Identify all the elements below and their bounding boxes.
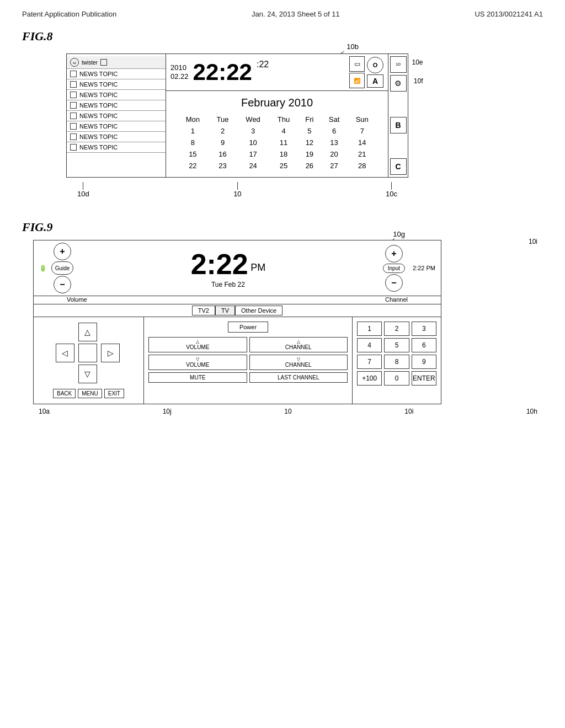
fig9-label: FIG.9 [22,220,543,234]
sidebar-checkbox-2[interactable] [70,81,77,88]
remote-left-panel: △ ◁ ▷ ▽ BACK MENU EXIT [34,317,144,404]
input-btn[interactable]: Input [383,264,405,273]
sidebar-item-logo: ω twister [67,56,166,69]
exit-btn[interactable]: EXIT [104,389,124,398]
remote-date: Tue Feb 22 [78,281,379,288]
fig8-section: FIG.8 10b ↙ ω twister NEWS TOPIC [0,24,565,204]
num-2[interactable]: 2 [384,322,409,336]
tab-tv2[interactable]: TV2 [192,306,215,315]
dpad-ok[interactable] [78,344,97,362]
sidebar-label-7: NEWS TOPIC [79,133,118,140]
fig9-section: FIG.9 10g ↙ 10i 🔋 + Guide − [0,215,565,421]
sidebar-item-5: NEWS TOPIC [67,111,166,121]
num-6[interactable]: 6 [412,338,436,352]
ch-up-right-btn[interactable]: + [385,245,403,263]
ann-10c: 10c [386,190,397,198]
ann-10a: 10a [39,408,50,415]
sidebar-checkbox-6[interactable] [70,123,77,130]
enter-btn[interactable]: ENTER [412,371,436,386]
cal-row-1: 1234567 [177,125,377,137]
tv-icon: ▭ [349,56,365,72]
fig8-sidebar: ω twister NEWS TOPIC NEWS TOPIC NEWS TOP… [67,54,166,177]
tab-other-device[interactable]: Other Device [235,306,282,315]
num-8[interactable]: 8 [384,355,409,369]
fig8-icon-10f-container: ⚙ 10f [390,75,407,92]
guide-btn[interactable]: Guide [51,261,73,275]
dpad-left[interactable]: ◁ [56,344,74,362]
tab-tv[interactable]: TV [215,306,235,315]
vol-up-btn[interactable]: △ VOLUME [148,337,247,352]
cal-header-tue: Tue [209,114,237,125]
num-1[interactable]: 1 [357,322,382,336]
fig9-outer-container: 10g ↙ 10i 🔋 + Guide − 2:22 [33,240,543,415]
vol-down-left-btn[interactable]: − [54,276,71,293]
sidebar-checkbox-5[interactable] [70,113,77,119]
ann-10-bottom: 10 [284,408,291,415]
fig8-content: 2010 02.22 22:22 :22 ▭ 📶 O A [166,54,388,177]
fig8-icon-10e-container: 10 10e [390,56,407,73]
fig8-bottom-annotations: 10d 10 10c [66,182,408,198]
ch-up-btn[interactable]: △ CHANNEL [249,337,348,352]
ch-down-btn[interactable]: ▽ CHANNEL [249,355,348,370]
header-left: Patent Application Publication [22,10,116,18]
back-menu-exit-row: BACK MENU EXIT [39,389,138,398]
icon-10f: ⚙ [390,75,407,92]
power-row: Power [148,322,348,333]
vol-down-btn[interactable]: ▽ VOLUME [148,355,247,370]
remote-ch-right: + Input − [383,245,405,292]
sidebar-checkbox-logo[interactable] [100,59,107,66]
ch-down-right-btn[interactable]: − [385,274,403,292]
page-header: Patent Application Publication Jan. 24, … [0,0,565,24]
fig8-letter-icons: O A [367,57,383,88]
back-btn[interactable]: BACK [53,389,76,398]
fig8-main-display: ω twister NEWS TOPIC NEWS TOPIC NEWS TOP… [66,53,408,178]
numpad-grid: 1 2 3 4 5 6 7 8 9 +100 0 ENTER [357,322,436,386]
sidebar-item-8: NEWS TOPIC [67,142,166,153]
remote-main: △ ◁ ▷ ▽ BACK MENU EXIT [34,317,441,404]
dpad-down[interactable]: ▽ [78,365,97,383]
ann-10i-topright: 10i [529,238,537,245]
last-channel-btn[interactable]: LAST CHANNEL [249,372,348,383]
menu-btn[interactable]: MENU [78,389,102,398]
sidebar-checkbox-3[interactable] [70,92,77,98]
fig8-date: 2010 02.22 [170,63,189,81]
remote-vol-ch-label-row: Volume Channel [34,296,441,304]
dpad: △ ◁ ▷ ▽ [56,323,122,383]
ann-10f: 10f [414,77,423,85]
ann-10i-bottom: 10i [404,408,413,415]
header-right: US 2013/0021241 A1 [475,10,543,18]
sidebar-item-4: NEWS TOPIC [67,100,166,111]
logo-circle: ω [70,58,79,67]
sidebar-label-5: NEWS TOPIC [79,113,118,119]
remote-time-topright: 2:22 PM [413,265,435,271]
num-100[interactable]: +100 [357,371,382,386]
mute-btn[interactable]: MUTE [148,372,247,383]
sidebar-checkbox-1[interactable] [70,71,77,77]
icon-10e: 10 [390,56,407,73]
sidebar-checkbox-4[interactable] [70,102,77,109]
num-4[interactable]: 4 [357,338,382,352]
num-9[interactable]: 9 [412,355,436,369]
sidebar-label-6: NEWS TOPIC [79,123,118,130]
fig8-topbar-icons: ▭ 📶 O A [349,56,383,88]
sidebar-item-7: NEWS TOPIC [67,132,166,142]
sidebar-checkbox-8[interactable] [70,144,77,151]
num-0[interactable]: 0 [384,371,409,386]
power-btn[interactable]: Power [228,322,268,333]
dpad-up[interactable]: △ [78,323,97,341]
vol-up-left-btn[interactable]: + [54,243,71,260]
remote-tabs-row: TV2 TV Other Device [34,304,441,317]
sidebar-item-2: NEWS TOPIC [67,79,166,90]
num-3[interactable]: 3 [412,322,436,336]
sidebar-item-6: NEWS TOPIC [67,121,166,132]
remote-middle-panel: Power △ VOLUME △ CHANNEL ▽ VO [144,317,353,404]
num-7[interactable]: 7 [357,355,382,369]
dpad-right[interactable]: ▷ [101,344,120,362]
cal-row-2: 891011121314 [177,137,377,148]
sidebar-checkbox-7[interactable] [70,133,77,140]
num-5[interactable]: 5 [384,338,409,352]
sidebar-label-3: NEWS TOPIC [79,92,118,98]
fig9-remote: 🔋 + Guide − 2:22 PM Tue Feb 22 + In [33,240,441,404]
cal-row-4: 22232425262728 [177,160,377,172]
fig8-seconds: :22 [257,60,269,69]
